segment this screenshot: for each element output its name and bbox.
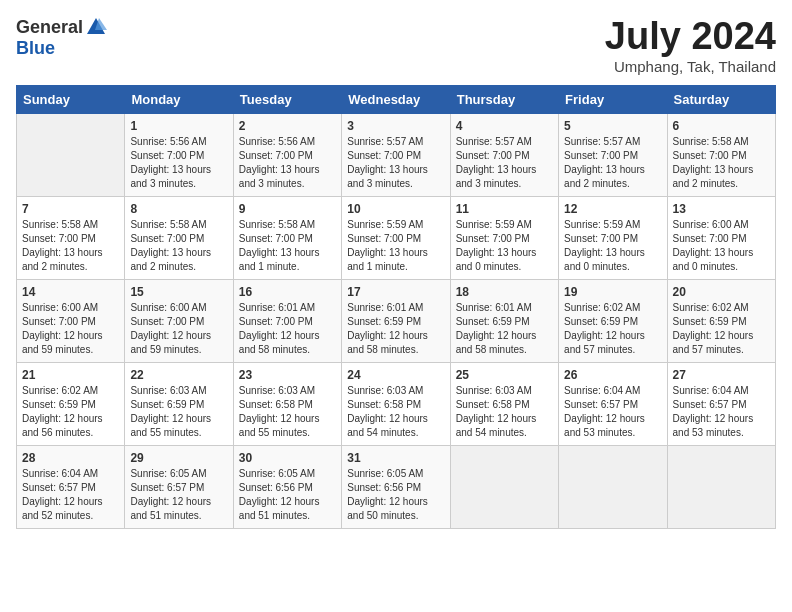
day-info: Sunrise: 6:01 AM Sunset: 7:00 PM Dayligh… <box>239 301 336 357</box>
day-cell: 4Sunrise: 5:57 AM Sunset: 7:00 PM Daylig… <box>450 113 558 196</box>
day-cell: 20Sunrise: 6:02 AM Sunset: 6:59 PM Dayli… <box>667 279 775 362</box>
day-info: Sunrise: 5:58 AM Sunset: 7:00 PM Dayligh… <box>130 218 227 274</box>
col-header-wednesday: Wednesday <box>342 85 450 113</box>
day-number: 10 <box>347 202 444 216</box>
page-header: General Blue July 2024 Umphang, Tak, Tha… <box>16 16 776 75</box>
day-cell <box>17 113 125 196</box>
day-number: 31 <box>347 451 444 465</box>
day-info: Sunrise: 6:03 AM Sunset: 6:58 PM Dayligh… <box>347 384 444 440</box>
day-cell: 7Sunrise: 5:58 AM Sunset: 7:00 PM Daylig… <box>17 196 125 279</box>
col-header-friday: Friday <box>559 85 667 113</box>
day-info: Sunrise: 6:05 AM Sunset: 6:56 PM Dayligh… <box>239 467 336 523</box>
day-cell: 2Sunrise: 5:56 AM Sunset: 7:00 PM Daylig… <box>233 113 341 196</box>
day-info: Sunrise: 6:03 AM Sunset: 6:58 PM Dayligh… <box>239 384 336 440</box>
day-number: 22 <box>130 368 227 382</box>
week-row-4: 21Sunrise: 6:02 AM Sunset: 6:59 PM Dayli… <box>17 362 776 445</box>
day-number: 6 <box>673 119 770 133</box>
day-cell: 1Sunrise: 5:56 AM Sunset: 7:00 PM Daylig… <box>125 113 233 196</box>
day-cell: 9Sunrise: 5:58 AM Sunset: 7:00 PM Daylig… <box>233 196 341 279</box>
day-info: Sunrise: 6:01 AM Sunset: 6:59 PM Dayligh… <box>456 301 553 357</box>
day-info: Sunrise: 5:58 AM Sunset: 7:00 PM Dayligh… <box>22 218 119 274</box>
day-number: 21 <box>22 368 119 382</box>
day-cell: 31Sunrise: 6:05 AM Sunset: 6:56 PM Dayli… <box>342 445 450 528</box>
day-info: Sunrise: 5:57 AM Sunset: 7:00 PM Dayligh… <box>456 135 553 191</box>
day-info: Sunrise: 5:56 AM Sunset: 7:00 PM Dayligh… <box>130 135 227 191</box>
day-number: 20 <box>673 285 770 299</box>
day-cell: 28Sunrise: 6:04 AM Sunset: 6:57 PM Dayli… <box>17 445 125 528</box>
day-number: 18 <box>456 285 553 299</box>
day-number: 14 <box>22 285 119 299</box>
day-cell: 8Sunrise: 5:58 AM Sunset: 7:00 PM Daylig… <box>125 196 233 279</box>
day-number: 9 <box>239 202 336 216</box>
day-number: 4 <box>456 119 553 133</box>
day-info: Sunrise: 5:57 AM Sunset: 7:00 PM Dayligh… <box>564 135 661 191</box>
day-number: 30 <box>239 451 336 465</box>
day-cell: 21Sunrise: 6:02 AM Sunset: 6:59 PM Dayli… <box>17 362 125 445</box>
day-cell: 14Sunrise: 6:00 AM Sunset: 7:00 PM Dayli… <box>17 279 125 362</box>
day-info: Sunrise: 5:56 AM Sunset: 7:00 PM Dayligh… <box>239 135 336 191</box>
day-info: Sunrise: 6:00 AM Sunset: 7:00 PM Dayligh… <box>22 301 119 357</box>
day-number: 2 <box>239 119 336 133</box>
title-block: July 2024 Umphang, Tak, Thailand <box>605 16 776 75</box>
day-number: 12 <box>564 202 661 216</box>
week-row-5: 28Sunrise: 6:04 AM Sunset: 6:57 PM Dayli… <box>17 445 776 528</box>
day-cell: 23Sunrise: 6:03 AM Sunset: 6:58 PM Dayli… <box>233 362 341 445</box>
day-info: Sunrise: 6:00 AM Sunset: 7:00 PM Dayligh… <box>673 218 770 274</box>
day-number: 29 <box>130 451 227 465</box>
day-info: Sunrise: 6:02 AM Sunset: 6:59 PM Dayligh… <box>564 301 661 357</box>
day-cell: 24Sunrise: 6:03 AM Sunset: 6:58 PM Dayli… <box>342 362 450 445</box>
logo-blue-text: Blue <box>16 38 55 59</box>
day-cell: 6Sunrise: 5:58 AM Sunset: 7:00 PM Daylig… <box>667 113 775 196</box>
day-info: Sunrise: 6:02 AM Sunset: 6:59 PM Dayligh… <box>22 384 119 440</box>
day-number: 17 <box>347 285 444 299</box>
day-info: Sunrise: 5:59 AM Sunset: 7:00 PM Dayligh… <box>347 218 444 274</box>
day-cell: 18Sunrise: 6:01 AM Sunset: 6:59 PM Dayli… <box>450 279 558 362</box>
day-cell: 19Sunrise: 6:02 AM Sunset: 6:59 PM Dayli… <box>559 279 667 362</box>
day-cell: 13Sunrise: 6:00 AM Sunset: 7:00 PM Dayli… <box>667 196 775 279</box>
calendar-table: SundayMondayTuesdayWednesdayThursdayFrid… <box>16 85 776 529</box>
day-cell: 3Sunrise: 5:57 AM Sunset: 7:00 PM Daylig… <box>342 113 450 196</box>
col-header-saturday: Saturday <box>667 85 775 113</box>
day-number: 24 <box>347 368 444 382</box>
day-info: Sunrise: 6:05 AM Sunset: 6:56 PM Dayligh… <box>347 467 444 523</box>
col-header-sunday: Sunday <box>17 85 125 113</box>
day-cell: 17Sunrise: 6:01 AM Sunset: 6:59 PM Dayli… <box>342 279 450 362</box>
day-number: 8 <box>130 202 227 216</box>
day-number: 26 <box>564 368 661 382</box>
calendar-header-row: SundayMondayTuesdayWednesdayThursdayFrid… <box>17 85 776 113</box>
day-number: 16 <box>239 285 336 299</box>
day-cell <box>450 445 558 528</box>
day-number: 5 <box>564 119 661 133</box>
month-title: July 2024 <box>605 16 776 58</box>
week-row-2: 7Sunrise: 5:58 AM Sunset: 7:00 PM Daylig… <box>17 196 776 279</box>
day-info: Sunrise: 6:00 AM Sunset: 7:00 PM Dayligh… <box>130 301 227 357</box>
day-cell: 26Sunrise: 6:04 AM Sunset: 6:57 PM Dayli… <box>559 362 667 445</box>
day-info: Sunrise: 6:04 AM Sunset: 6:57 PM Dayligh… <box>22 467 119 523</box>
day-cell: 12Sunrise: 5:59 AM Sunset: 7:00 PM Dayli… <box>559 196 667 279</box>
day-info: Sunrise: 5:58 AM Sunset: 7:00 PM Dayligh… <box>673 135 770 191</box>
week-row-1: 1Sunrise: 5:56 AM Sunset: 7:00 PM Daylig… <box>17 113 776 196</box>
day-info: Sunrise: 6:01 AM Sunset: 6:59 PM Dayligh… <box>347 301 444 357</box>
day-cell: 27Sunrise: 6:04 AM Sunset: 6:57 PM Dayli… <box>667 362 775 445</box>
location-subtitle: Umphang, Tak, Thailand <box>605 58 776 75</box>
day-number: 7 <box>22 202 119 216</box>
day-number: 13 <box>673 202 770 216</box>
day-cell: 10Sunrise: 5:59 AM Sunset: 7:00 PM Dayli… <box>342 196 450 279</box>
day-cell: 29Sunrise: 6:05 AM Sunset: 6:57 PM Dayli… <box>125 445 233 528</box>
day-info: Sunrise: 6:02 AM Sunset: 6:59 PM Dayligh… <box>673 301 770 357</box>
col-header-thursday: Thursday <box>450 85 558 113</box>
logo-general-text: General <box>16 17 83 38</box>
day-info: Sunrise: 6:05 AM Sunset: 6:57 PM Dayligh… <box>130 467 227 523</box>
day-cell: 5Sunrise: 5:57 AM Sunset: 7:00 PM Daylig… <box>559 113 667 196</box>
day-info: Sunrise: 6:04 AM Sunset: 6:57 PM Dayligh… <box>564 384 661 440</box>
col-header-tuesday: Tuesday <box>233 85 341 113</box>
day-cell <box>559 445 667 528</box>
day-cell <box>667 445 775 528</box>
day-info: Sunrise: 6:04 AM Sunset: 6:57 PM Dayligh… <box>673 384 770 440</box>
week-row-3: 14Sunrise: 6:00 AM Sunset: 7:00 PM Dayli… <box>17 279 776 362</box>
logo-icon <box>85 16 107 38</box>
day-info: Sunrise: 5:59 AM Sunset: 7:00 PM Dayligh… <box>564 218 661 274</box>
day-number: 1 <box>130 119 227 133</box>
day-number: 27 <box>673 368 770 382</box>
day-number: 11 <box>456 202 553 216</box>
